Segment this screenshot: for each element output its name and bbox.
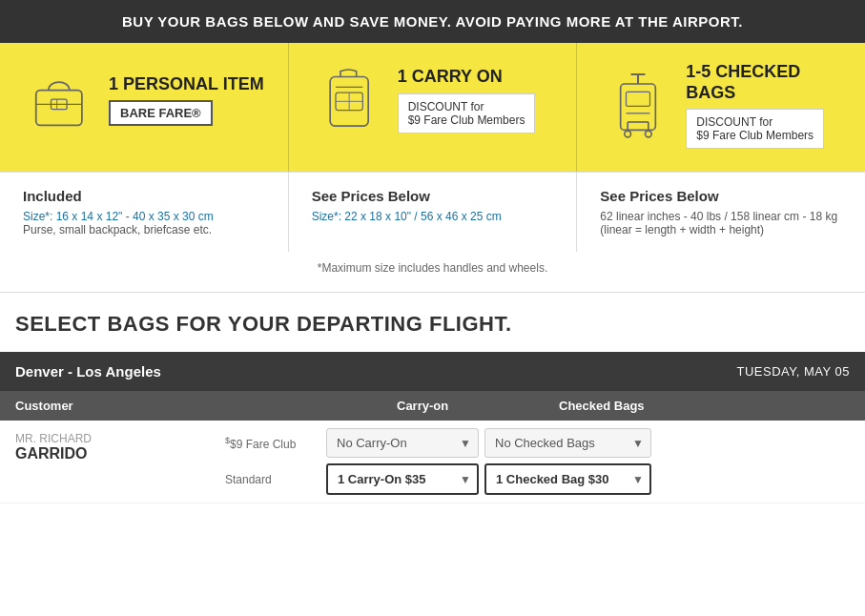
personal-info-col: Included Size*: 16 x 14 x 12" - 40 x 35 … bbox=[0, 173, 289, 252]
carryon-label-area: 1 CARRY ON DISCOUNT for $9 Fare Club Mem… bbox=[398, 67, 536, 133]
fare-club-row: $$9 Fare Club No Carry-On 1 Carry-On $35… bbox=[225, 428, 850, 458]
checked-info-col: See Prices Below 62 linear inches - 40 l… bbox=[577, 173, 865, 252]
checked-label-area: 1-5 CHECKED BAGS DISCOUNT for $9 Fare Cl… bbox=[686, 62, 842, 149]
standard-checked-select[interactable]: No Checked Bags 1 Checked Bag $30 2 Chec… bbox=[484, 463, 651, 495]
checked-info-note: 62 linear inches - 40 lbs / 158 linear c… bbox=[600, 210, 842, 236]
personal-info-title: Included bbox=[23, 188, 265, 204]
svg-point-15 bbox=[646, 131, 652, 137]
checked-title: 1-5 CHECKED BAGS bbox=[686, 62, 842, 103]
personal-label-area: 1 PERSONAL ITEM BARE FARE® bbox=[109, 74, 264, 127]
flight-section: Denver - Los Angeles TUESDAY, MAY 05 bbox=[0, 352, 865, 391]
max-size-note: *Maximum size includes handles and wheel… bbox=[0, 252, 865, 293]
fare-club-label: $$9 Fare Club bbox=[225, 436, 320, 451]
carryon-header: 1 CARRY ON DISCOUNT for $9 Fare Club Mem… bbox=[312, 62, 554, 138]
personal-title: 1 PERSONAL ITEM bbox=[109, 74, 264, 95]
checked-col: 1-5 CHECKED BAGS DISCOUNT for $9 Fare Cl… bbox=[577, 43, 865, 172]
passenger-subtitle: MR. RICHARD bbox=[15, 432, 225, 445]
checked-discount-badge: DISCOUNT for $9 Fare Club Members bbox=[686, 109, 824, 149]
svg-rect-9 bbox=[621, 84, 656, 130]
bag-info-section: Included Size*: 16 x 14 x 12" - 40 x 35 … bbox=[0, 172, 865, 252]
fare-club-carryon-select[interactable]: No Carry-On 1 Carry-On $35 2 Carry-Ons $… bbox=[326, 428, 479, 458]
passenger-name: GARRIDO bbox=[15, 445, 225, 462]
banner-text: BUY YOUR BAGS BELOW AND SAVE MONEY. AVOI… bbox=[122, 13, 743, 30]
personal-bag-icon bbox=[23, 62, 99, 138]
personal-info-size: Size*: 16 x 14 x 12" - 40 x 35 x 30 cm bbox=[23, 210, 265, 223]
top-banner: BUY YOUR BAGS BELOW AND SAVE MONEY. AVOI… bbox=[0, 0, 865, 43]
fare-club-checked-select[interactable]: No Checked Bags 1 Checked Bag $30 2 Chec… bbox=[484, 428, 651, 458]
bag-table-header: Customer Carry-on Checked Bags bbox=[0, 391, 865, 421]
standard-carryon-select[interactable]: No Carry-On 1 Carry-On $35 2 Carry-Ons $… bbox=[326, 463, 479, 495]
carryon-info-title: See Prices Below bbox=[312, 188, 554, 204]
personal-item-header: 1 PERSONAL ITEM BARE FARE® bbox=[23, 62, 265, 138]
bare-fare-badge: BARE FARE® bbox=[109, 100, 213, 126]
fare-club-carryon-wrap: No Carry-On 1 Carry-On $35 2 Carry-Ons $… bbox=[326, 428, 479, 458]
checked-bag-icon bbox=[600, 68, 676, 144]
passenger-row: MR. RICHARD GARRIDO $$9 Fare Club No Car… bbox=[0, 421, 865, 503]
standard-row: Standard No Carry-On 1 Carry-On $35 2 Ca… bbox=[225, 463, 850, 495]
fare-club-checked-wrap: No Checked Bags 1 Checked Bag $30 2 Chec… bbox=[484, 428, 651, 458]
standard-checked-wrap: No Checked Bags 1 Checked Bag $30 2 Chec… bbox=[484, 463, 651, 495]
checked-header: 1-5 CHECKED BAGS DISCOUNT for $9 Fare Cl… bbox=[600, 62, 842, 149]
passenger-info: MR. RICHARD GARRIDO bbox=[15, 428, 225, 462]
bag-types-section: 1 PERSONAL ITEM BARE FARE® 1 CARRY ON bbox=[0, 43, 865, 172]
personal-item-col: 1 PERSONAL ITEM BARE FARE® bbox=[0, 43, 289, 172]
checked-info-title: See Prices Below bbox=[600, 188, 842, 204]
flight-date: TUESDAY, MAY 05 bbox=[736, 364, 850, 379]
standard-carryon-wrap: No Carry-On 1 Carry-On $35 2 Carry-Ons $… bbox=[326, 463, 479, 495]
select-bags-heading: SELECT BAGS FOR YOUR DEPARTING FLIGHT. bbox=[0, 293, 865, 352]
fare-options: $$9 Fare Club No Carry-On 1 Carry-On $35… bbox=[225, 428, 850, 495]
svg-point-14 bbox=[625, 131, 631, 137]
carryon-col: 1 CARRY ON DISCOUNT for $9 Fare Club Mem… bbox=[289, 43, 578, 172]
flight-route: Denver - Los Angeles bbox=[15, 363, 161, 380]
personal-info-desc: Purse, small backpack, briefcase etc. bbox=[23, 223, 265, 236]
header-checked: Checked Bags bbox=[559, 399, 731, 413]
svg-rect-0 bbox=[36, 90, 82, 125]
standard-label: Standard bbox=[225, 473, 320, 486]
header-customer: Customer bbox=[15, 399, 397, 413]
svg-rect-12 bbox=[627, 92, 650, 106]
carryon-info-col: See Prices Below Size*: 22 x 18 x 10" / … bbox=[289, 173, 578, 252]
carryon-info-size: Size*: 22 x 18 x 10" / 56 x 46 x 25 cm bbox=[312, 210, 554, 223]
carryon-title: 1 CARRY ON bbox=[398, 67, 503, 88]
header-carryon: Carry-on bbox=[397, 399, 559, 413]
carryon-bag-icon bbox=[312, 62, 388, 138]
carryon-discount-badge: DISCOUNT for $9 Fare Club Members bbox=[398, 93, 536, 133]
